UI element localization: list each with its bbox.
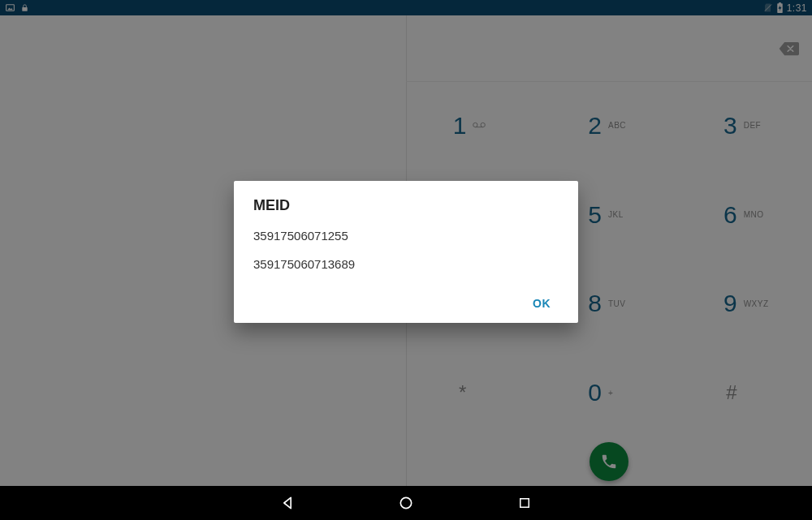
svg-rect-9	[520, 499, 529, 508]
nav-back-button[interactable]	[277, 492, 298, 514]
nav-home-button[interactable]	[395, 492, 417, 514]
meid-dialog: MEID 35917506071255 359175060713689 OK	[234, 181, 578, 323]
navigation-bar	[0, 486, 812, 520]
back-triangle-icon	[279, 495, 296, 511]
meid-value-1: 35917506071255	[253, 229, 559, 243]
meid-value-2: 359175060713689	[253, 257, 559, 271]
recent-square-icon	[517, 496, 532, 510]
dialog-actions: OK	[253, 286, 559, 316]
home-circle-icon	[398, 495, 414, 511]
nav-recent-button[interactable]	[514, 492, 535, 514]
ok-button[interactable]: OK	[525, 290, 559, 316]
dialog-title: MEID	[253, 197, 559, 214]
svg-point-8	[400, 497, 411, 508]
